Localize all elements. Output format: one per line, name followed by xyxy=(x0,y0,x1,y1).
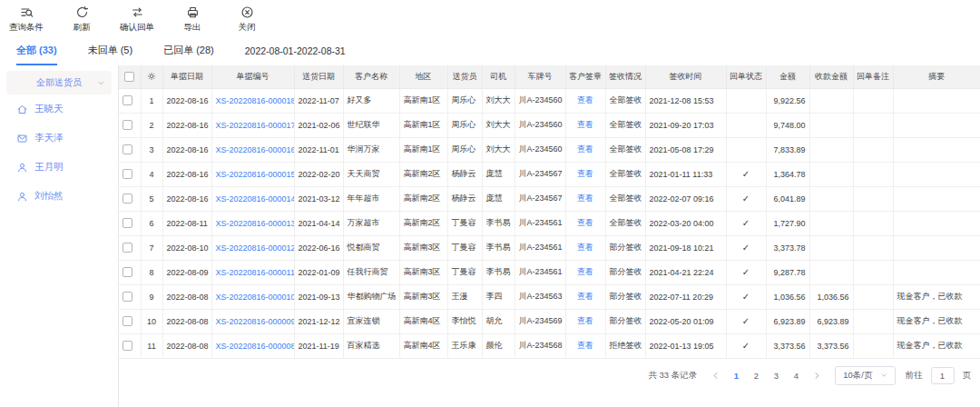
chevron-left-icon xyxy=(711,372,720,380)
refresh-button[interactable]: 刷新 xyxy=(65,5,98,34)
table-row: 42022-08-16XS-20220816-0000152022-02-20天… xyxy=(119,162,980,186)
cell-returned: ✓ xyxy=(726,162,766,186)
row-checkbox[interactable] xyxy=(122,95,132,105)
cell-amount: 1,364.78 xyxy=(766,162,809,186)
view-signature-link[interactable]: 查看 xyxy=(577,243,593,252)
doc-no-link[interactable]: XS-20220816-000016 xyxy=(216,145,295,154)
tab-returned[interactable]: 已回单 (28) xyxy=(163,36,214,65)
cell-doc_no: XS-20220816-000016 xyxy=(211,137,294,162)
cell-plate: 川A-234563 xyxy=(514,284,565,309)
doc-no-link[interactable]: XS-20220816-000018 xyxy=(216,96,295,105)
doc-no-link[interactable]: XS-20220816-000013 xyxy=(216,219,295,228)
tab-all[interactable]: 全部 (33) xyxy=(16,36,57,65)
goto-page-input[interactable] xyxy=(931,367,955,384)
doc-no-link[interactable]: XS-20220816-000011 xyxy=(216,268,295,277)
row-checkbox[interactable] xyxy=(122,194,132,204)
cell-remark xyxy=(853,260,893,284)
cell-check xyxy=(119,211,141,235)
page-number-3[interactable]: 3 xyxy=(768,367,784,383)
sidebar-item-deliverer[interactable]: 王月明 xyxy=(0,153,118,182)
tab-not-returned[interactable]: 未回单 (5) xyxy=(88,36,133,65)
doc-no-link[interactable]: XS-20220816-000014 xyxy=(216,194,295,204)
column-settings-header[interactable] xyxy=(141,65,162,88)
doc-no-link[interactable]: XS-20220816-000008 xyxy=(216,342,295,351)
cell-driver: 李四 xyxy=(482,284,514,309)
view-signature-link[interactable]: 查看 xyxy=(577,144,593,154)
row-checkbox[interactable] xyxy=(122,218,132,228)
prev-page-button[interactable] xyxy=(707,367,723,383)
sidebar-item-deliverer[interactable]: 王晓天 xyxy=(0,94,118,124)
cell-amount: 6,041.89 xyxy=(766,186,809,211)
tab-bar: 全部 (33) 未回单 (5) 已回单 (28) 2022-08-01-2022… xyxy=(0,36,980,65)
view-signature-link[interactable]: 查看 xyxy=(577,218,593,227)
next-page-button[interactable] xyxy=(808,367,825,383)
cell-doc_no: XS-20220816-000012 xyxy=(211,235,294,260)
cell-amount: 3,373.56 xyxy=(766,333,809,358)
cell-seq: 2 xyxy=(141,113,162,137)
doc-no-link[interactable]: XS-20220816-000017 xyxy=(216,121,295,130)
cell-region: 高新南3区 xyxy=(399,235,447,260)
page-number-1[interactable]: 1 xyxy=(728,367,744,383)
cell-sign_status: 拒绝签收 xyxy=(605,333,645,358)
view-signature-link[interactable]: 查看 xyxy=(577,341,593,350)
doc-no-link[interactable]: XS-20220816-000015 xyxy=(216,170,295,179)
cell-region: 高新南1区 xyxy=(399,88,447,113)
cell-delivery_date: 2022-06-16 xyxy=(294,235,343,260)
select-all-checkbox[interactable] xyxy=(124,72,134,82)
deliverer-filter-select[interactable]: 全部送货员 xyxy=(6,71,112,94)
view-signature-link[interactable]: 查看 xyxy=(577,95,593,104)
view-signature-link[interactable]: 查看 xyxy=(577,292,593,301)
row-checkbox[interactable] xyxy=(122,144,132,154)
cell-customer: 宜家连锁 xyxy=(343,309,399,333)
cell-delivery_date: 2021-03-12 xyxy=(294,186,343,211)
sidebar-item-deliverer[interactable]: 刘怡然 xyxy=(0,182,118,211)
row-checkbox[interactable] xyxy=(122,316,132,326)
export-button[interactable]: 导出 xyxy=(176,5,209,34)
cell-customer: 万家超市 xyxy=(343,211,399,235)
cell-remark xyxy=(853,162,893,186)
row-checkbox[interactable] xyxy=(122,341,132,351)
cell-seq: 7 xyxy=(141,235,162,260)
cell-view: 查看 xyxy=(565,186,605,211)
page-number-4[interactable]: 4 xyxy=(788,367,804,383)
view-signature-link[interactable]: 查看 xyxy=(577,120,593,129)
toolbar-label: 导出 xyxy=(184,22,201,34)
cell-received xyxy=(809,162,853,186)
sidebar-item-deliverer[interactable]: 李天泽 xyxy=(0,124,118,153)
cell-returned: ✓ xyxy=(726,309,766,333)
cell-sign_status: 部分签收 xyxy=(605,235,645,260)
cell-received xyxy=(809,235,853,260)
toolbar-label: 查询条件 xyxy=(9,22,44,34)
row-checkbox[interactable] xyxy=(122,120,132,130)
cell-deliverer: 丁曼容 xyxy=(447,235,482,260)
page-size-select[interactable]: 10条/页 xyxy=(835,366,895,385)
cell-doc_date: 2022-08-08 xyxy=(162,284,211,309)
cell-check xyxy=(119,186,141,211)
doc-no-link[interactable]: XS-20220816-000010 xyxy=(216,293,295,302)
doc-no-link[interactable]: XS-20220816-000012 xyxy=(216,243,295,253)
cell-sign_status: 部分签收 xyxy=(605,260,645,284)
cell-view: 查看 xyxy=(565,235,605,260)
cell-check xyxy=(119,309,141,333)
row-checkbox[interactable] xyxy=(122,292,132,302)
cell-remark xyxy=(853,284,893,309)
view-signature-link[interactable]: 查看 xyxy=(577,267,593,276)
row-checkbox[interactable] xyxy=(122,267,132,277)
view-signature-link[interactable]: 查看 xyxy=(577,169,593,178)
cell-seq: 11 xyxy=(141,333,162,358)
confirm-return-button[interactable]: 确认回单 xyxy=(120,5,154,34)
cell-region: 高新南3区 xyxy=(399,284,447,309)
row-checkbox[interactable] xyxy=(122,169,132,179)
cell-sign_status: 全部签收 xyxy=(605,211,645,235)
close-button[interactable]: 关闭 xyxy=(230,5,263,34)
query-conditions-button[interactable]: 查询条件 xyxy=(9,5,44,34)
user-icon xyxy=(16,162,28,174)
view-signature-link[interactable]: 查看 xyxy=(577,316,593,325)
cell-sign_time: 2021-05-08 17:29 xyxy=(645,137,726,162)
doc-no-link[interactable]: XS-20220816-000009 xyxy=(216,317,295,326)
select-all-header xyxy=(119,65,141,88)
row-checkbox[interactable] xyxy=(122,243,132,253)
page-number-2[interactable]: 2 xyxy=(748,367,764,383)
date-range-label: 2022-08-01-2022-08-31 xyxy=(245,45,346,56)
view-signature-link[interactable]: 查看 xyxy=(577,194,593,203)
